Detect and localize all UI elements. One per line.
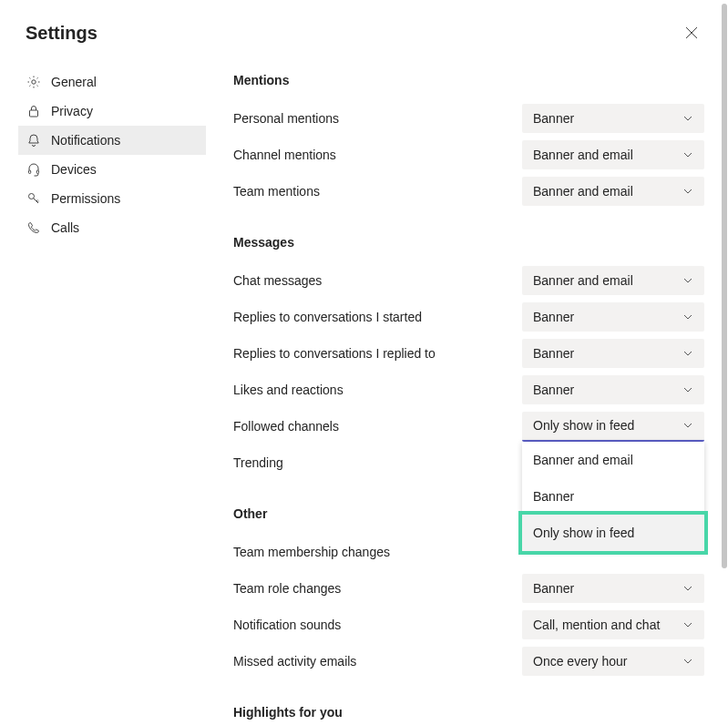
sidebar-item-calls[interactable]: Calls <box>18 213 206 242</box>
select-channel-mentions[interactable]: Banner and email <box>522 140 704 169</box>
select-value: Banner and email <box>533 148 633 162</box>
setting-label: Team membership changes <box>233 545 390 559</box>
select-replies-replied[interactable]: Banner <box>522 339 704 368</box>
dropdown-option-highlighted[interactable]: Only show in feed <box>518 511 708 555</box>
setting-row: Likes and reactions Banner <box>233 372 704 408</box>
setting-label: Replies to conversations I started <box>233 310 422 324</box>
setting-label: Followed channels <box>233 419 339 434</box>
sidebar-item-notifications[interactable]: Notifications <box>18 126 206 155</box>
sidebar-item-label: Privacy <box>51 104 93 118</box>
close-button[interactable] <box>681 22 702 44</box>
dropdown-option-label: Only show in feed <box>533 526 634 540</box>
setting-row: Personal mentions Banner <box>233 100 704 137</box>
sidebar-item-general[interactable]: General <box>18 67 206 97</box>
select-wrap: Only show in feed Banner and email Banne… <box>522 412 704 442</box>
select-wrap: Banner and email <box>522 140 704 169</box>
sidebar-item-label: Notifications <box>51 133 120 148</box>
setting-row: Channel mentions Banner and email <box>233 137 704 173</box>
select-followed-channels[interactable]: Only show in feed <box>522 412 704 442</box>
select-value: Banner <box>533 310 574 324</box>
setting-label: Likes and reactions <box>233 383 343 397</box>
header: Settings <box>0 0 728 51</box>
setting-label: Channel mentions <box>233 148 336 162</box>
select-likes-reactions[interactable]: Banner <box>522 375 704 404</box>
select-wrap: Call, mention and chat <box>522 610 704 639</box>
chevron-down-icon <box>682 275 693 286</box>
chevron-down-icon <box>682 348 693 359</box>
body: General Privacy Notifications Devices <box>0 51 728 725</box>
setting-row: Team role changes Banner <box>233 570 704 607</box>
section-title-messages: Messages <box>233 235 704 250</box>
select-notification-sounds[interactable]: Call, mention and chat <box>522 610 704 639</box>
chevron-down-icon <box>682 656 693 667</box>
sidebar-item-label: Permissions <box>51 191 120 206</box>
phone-icon <box>26 220 42 236</box>
select-team-mentions[interactable]: Banner and email <box>522 177 704 206</box>
select-value: Banner <box>533 346 574 361</box>
dropdown-followed-channels: Banner and email Banner Only show in fee… <box>522 442 704 551</box>
select-value: Banner <box>533 383 574 397</box>
select-value: Only show in feed <box>533 418 634 433</box>
chevron-down-icon <box>682 619 693 630</box>
select-missed-activity-emails[interactable]: Once every hour <box>522 647 704 676</box>
chevron-down-icon <box>682 384 693 395</box>
scrollbar-track[interactable] <box>721 4 728 721</box>
svg-rect-1 <box>30 110 38 117</box>
page-title: Settings <box>26 23 97 44</box>
setting-label: Trending <box>233 455 283 470</box>
close-icon <box>685 26 698 39</box>
headset-icon <box>26 161 42 178</box>
select-wrap: Banner <box>522 375 704 404</box>
select-wrap: Banner and email <box>522 177 704 206</box>
setting-label: Missed activity emails <box>233 654 356 669</box>
select-value: Once every hour <box>533 654 628 669</box>
select-value: Banner and email <box>533 184 633 199</box>
content: Mentions Personal mentions Banner Channe… <box>224 67 728 725</box>
svg-rect-3 <box>36 170 38 174</box>
lock-icon <box>26 103 42 119</box>
svg-rect-2 <box>29 170 31 174</box>
sidebar: General Privacy Notifications Devices <box>0 67 224 725</box>
select-team-role-changes[interactable]: Banner <box>522 574 704 603</box>
setting-row: Followed channels Only show in feed Bann… <box>233 408 704 444</box>
gear-icon <box>26 74 42 90</box>
setting-row: Replies to conversations I replied to Ba… <box>233 335 704 372</box>
select-wrap: Banner <box>522 302 704 332</box>
setting-row: Notification sounds Call, mention and ch… <box>233 607 704 643</box>
sidebar-item-label: Calls <box>51 220 79 235</box>
select-wrap: Banner and email <box>522 266 704 295</box>
setting-label: Personal mentions <box>233 111 339 126</box>
setting-row: Team mentions Banner and email <box>233 173 704 209</box>
setting-row: Missed activity emails Once every hour <box>233 643 704 679</box>
select-wrap: Banner <box>522 339 704 368</box>
setting-label: Notification sounds <box>233 618 341 632</box>
bell-icon <box>26 132 42 148</box>
dropdown-option[interactable]: Banner and email <box>522 442 704 478</box>
chevron-down-icon <box>682 311 693 322</box>
chevron-down-icon <box>682 186 693 197</box>
chevron-down-icon <box>682 583 693 594</box>
select-wrap: Banner <box>522 104 704 133</box>
section-title-highlights: Highlights for you <box>233 705 704 720</box>
scrollbar-thumb[interactable] <box>722 4 727 568</box>
sidebar-item-privacy[interactable]: Privacy <box>18 97 206 126</box>
select-replies-started[interactable]: Banner <box>522 302 704 332</box>
select-value: Banner and email <box>533 273 633 288</box>
chevron-down-icon <box>682 113 693 124</box>
select-wrap: Banner <box>522 574 704 603</box>
settings-window: Settings General Privacy <box>0 0 728 725</box>
dropdown-option-label: Banner and email <box>533 453 633 467</box>
sidebar-item-label: General <box>51 75 97 89</box>
select-value: Banner <box>533 111 574 126</box>
svg-point-0 <box>32 80 36 84</box>
sidebar-item-permissions[interactable]: Permissions <box>18 184 206 213</box>
sidebar-item-devices[interactable]: Devices <box>18 155 206 184</box>
select-value: Banner <box>533 581 574 596</box>
setting-row: Chat messages Banner and email <box>233 262 704 299</box>
select-chat-messages[interactable]: Banner and email <box>522 266 704 295</box>
section-title-mentions: Mentions <box>233 73 704 87</box>
select-personal-mentions[interactable]: Banner <box>522 104 704 133</box>
dropdown-option-label: Banner <box>533 489 574 504</box>
dropdown-option[interactable]: Banner <box>522 478 704 515</box>
setting-label: Chat messages <box>233 273 322 288</box>
